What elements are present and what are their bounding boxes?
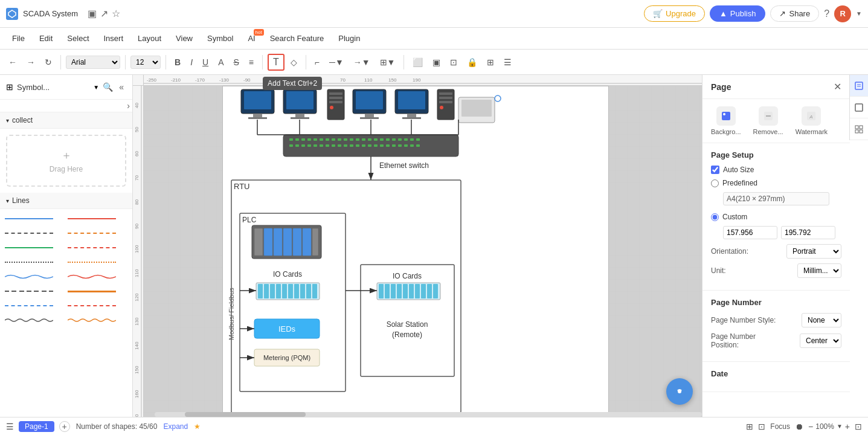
fit-button[interactable]: ⊡ (446, 55, 461, 69)
lines-section-header[interactable]: ▾ Lines (0, 193, 132, 209)
star-status-icon[interactable]: ★ (194, 422, 201, 431)
canvas-area[interactable]: -250 -210 -170 -130 -90 -50 -10 30 70 11… (133, 75, 702, 417)
expand-arrow[interactable]: › (127, 101, 130, 111)
collapse-button[interactable]: « (117, 80, 126, 94)
ungroup-button[interactable]: ☰ (500, 55, 515, 69)
collect-section-header[interactable]: ▾ collect (0, 112, 132, 129)
page-properties-tab[interactable] (850, 75, 868, 97)
panel-dropdown-icon[interactable]: ▼ (93, 84, 99, 91)
height-input[interactable] (781, 226, 835, 239)
scrollbar-thumb[interactable] (185, 412, 306, 417)
line-item[interactable] (68, 228, 128, 238)
connector-button[interactable]: ⌐ (311, 55, 323, 69)
panel-toggle-icon[interactable]: ▣ (88, 8, 97, 19)
fit-page-button[interactable]: ⊡ (855, 422, 862, 431)
menu-select[interactable]: Select (61, 31, 95, 45)
undo-button[interactable]: ← (5, 55, 21, 69)
italic-button[interactable]: I (187, 55, 196, 69)
bold-button[interactable]: B (171, 55, 184, 69)
shadow-button[interactable]: ▣ (429, 55, 444, 69)
strikethrough-button[interactable]: S (230, 55, 242, 69)
page-1-tab[interactable]: Page-1 (19, 421, 54, 432)
menu-edit[interactable]: Edit (33, 31, 59, 45)
line-item[interactable] (5, 272, 65, 282)
custom-radio[interactable] (711, 213, 719, 221)
shape-button[interactable]: ◇ (287, 55, 301, 69)
publish-button[interactable]: ▲ Publish (710, 5, 766, 22)
line-item[interactable] (68, 286, 128, 296)
layers-icon[interactable]: ⊞ (746, 422, 753, 431)
fit-icon[interactable]: ⊡ (758, 422, 765, 431)
shape-properties-tab[interactable] (850, 97, 868, 118)
menu-layout[interactable]: Layout (132, 31, 167, 45)
page-number-position-select[interactable]: Center Left Right (800, 334, 841, 348)
menu-search-feature[interactable]: Search Feature (264, 31, 330, 45)
line-item[interactable] (68, 315, 128, 325)
user-dropdown-icon[interactable]: ▼ (856, 10, 862, 17)
add-text-button[interactable]: T (268, 54, 285, 71)
auto-size-checkbox[interactable] (711, 166, 719, 174)
page-number-style-select[interactable]: None 1, 2, 3 i, ii, iii (802, 313, 841, 327)
close-right-panel-button[interactable]: ✕ (834, 81, 841, 92)
menu-file[interactable]: File (6, 31, 31, 45)
redo2-button[interactable]: ↻ (41, 55, 56, 69)
predefined-radio[interactable] (711, 179, 719, 187)
expand-link[interactable]: Expand (163, 422, 188, 431)
line-style-button[interactable]: ─▼ (326, 55, 347, 69)
menu-insert[interactable]: Insert (98, 31, 130, 45)
font-size-select[interactable]: 12 (130, 56, 161, 69)
line-item[interactable] (5, 315, 65, 325)
drag-area[interactable]: ＋ Drag Here (6, 135, 126, 187)
share-button[interactable]: ↗ Share (770, 5, 819, 22)
external-link-icon[interactable]: ↗ (100, 8, 108, 19)
grid-tab[interactable] (850, 118, 868, 140)
help-icon[interactable]: ? (824, 8, 829, 19)
width-input[interactable] (723, 226, 777, 239)
zoom-out-button[interactable]: − (808, 422, 813, 431)
remove-button[interactable]: Remove... (753, 106, 783, 135)
line-item[interactable] (68, 243, 128, 253)
underline-button[interactable]: U (199, 55, 212, 69)
upgrade-button[interactable]: 🛒 Upgrade (644, 5, 705, 22)
arrow-style-button[interactable]: →▼ (350, 55, 374, 69)
line-item[interactable] (5, 301, 65, 311)
line-item[interactable] (5, 228, 65, 238)
font-family-select[interactable]: Arial (66, 56, 120, 69)
group-button[interactable]: ⊞ (483, 55, 498, 69)
insert-img-button[interactable]: ⬜ (409, 55, 426, 69)
align-button[interactable]: ≡ (245, 55, 257, 69)
line-item[interactable] (5, 286, 65, 296)
menu-plugin[interactable]: Plugin (332, 31, 366, 45)
line-item[interactable] (68, 257, 128, 267)
record-icon[interactable]: ⏺ (795, 422, 803, 431)
waypoint-button[interactable]: ⊞▼ (376, 55, 399, 69)
horizontal-scrollbar[interactable] (155, 412, 702, 417)
line-item[interactable] (68, 272, 128, 282)
background-button[interactable]: Backgro... (711, 106, 741, 135)
line-item[interactable] (5, 243, 65, 253)
star-icon[interactable]: ☆ (112, 8, 120, 19)
font-color-button[interactable]: A (214, 55, 227, 69)
ai-assistant-button[interactable] (666, 378, 693, 405)
menu-view[interactable]: View (170, 31, 199, 45)
focus-label[interactable]: Focus (770, 422, 790, 431)
watermark-button[interactable]: A Watermark (796, 106, 828, 135)
redo-button[interactable]: → (23, 55, 39, 69)
line-item[interactable] (68, 214, 128, 224)
unit-select[interactable]: Millim... Inches Pixels (797, 263, 841, 278)
zoom-dropdown-icon[interactable]: ▼ (837, 423, 843, 430)
predefined-input[interactable] (723, 192, 829, 205)
menu-symbol[interactable]: Symbol (201, 31, 239, 45)
line-item[interactable] (68, 301, 128, 311)
line-item[interactable] (5, 214, 65, 224)
menu-ai[interactable]: AI hot (242, 31, 261, 45)
line-item[interactable] (5, 257, 65, 267)
search-button[interactable]: 🔍 (103, 82, 113, 92)
lock-button[interactable]: 🔒 (463, 55, 481, 69)
user-avatar[interactable]: R (834, 5, 851, 22)
pages-icon[interactable]: ☰ (6, 422, 14, 431)
canvas-grid[interactable]: Ethernet switch RTU PLC (144, 86, 702, 417)
add-page-button[interactable]: + (59, 421, 70, 432)
orientation-select[interactable]: Portrait Landscape (786, 244, 841, 259)
zoom-in-button[interactable]: + (845, 422, 850, 431)
